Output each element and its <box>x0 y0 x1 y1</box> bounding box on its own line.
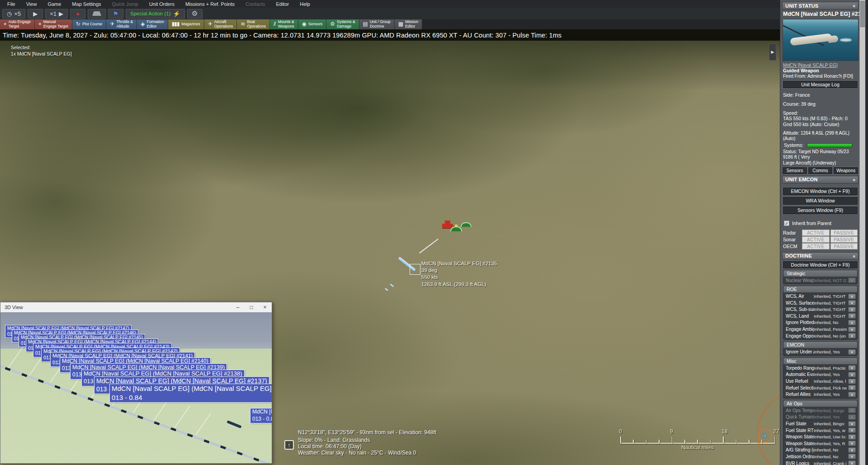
3d-unit-label[interactable]: MdCN [Naval SCALP EG] (MdCN [Naval SCALP… <box>250 408 272 423</box>
dropdown-chevron-icon[interactable]: ∨ <box>848 427 856 433</box>
ribbon-button-sensors[interactable]: ◉Sensors <box>298 19 327 29</box>
menu-item-game[interactable]: Game <box>42 1 66 7</box>
doctrine-row-value: Inherited, TIGHT <box>814 294 848 299</box>
sonar-passive-button[interactable]: PASSIVE <box>830 236 858 243</box>
dropdown-chevron-icon[interactable]: ∨ <box>848 333 856 338</box>
doctrine-window-button[interactable]: Doctrine Window (Ctrl + F9) <box>783 261 858 268</box>
sensors-radar-icon: ◉ <box>302 21 306 28</box>
dropdown-chevron-icon[interactable]: ∨ <box>848 385 856 390</box>
screenshot-button[interactable] <box>88 9 106 19</box>
special-action-button[interactable]: Special Action (1) ⚡ <box>126 9 185 19</box>
settings-button[interactable]: ⚙ <box>187 9 203 19</box>
sensors-window-f9-button[interactable]: Sensors Window (F9) <box>783 207 858 214</box>
menu-item-quick-jump[interactable]: Quick Jump <box>107 1 144 7</box>
ribbon-button-aircraft-operations[interactable]: ✈AircraftOperations <box>204 19 237 29</box>
unit-emcon-header[interactable]: UNIT EMCON « <box>782 176 859 183</box>
sonar-active-button[interactable]: ACTIVE <box>802 236 830 243</box>
ribbon-button-boat-operations[interactable]: ≋BoatOperations <box>237 19 270 29</box>
maximize-button[interactable]: □ <box>245 302 258 312</box>
dropdown-chevron-icon[interactable]: ∨ <box>848 392 856 397</box>
dropdown-chevron-icon[interactable]: ∨ <box>848 372 856 377</box>
dropdown-chevron-icon[interactable]: ∨ <box>848 441 856 446</box>
ribbon-button-throttle-altitude[interactable]: ✈Throttle &Altitude <box>106 19 137 29</box>
doctrine-row-refuel-allies: Refuel AlliesInherited, Yes∨ <box>783 391 857 398</box>
doctrine-header[interactable]: DOCTRINE « <box>782 252 859 260</box>
menu-item-editor[interactable]: Editor <box>270 1 294 7</box>
friendly-facility-dome-icon[interactable] <box>450 226 462 231</box>
scale-caption: Nautical miles <box>620 445 775 450</box>
sidebar-scrollbar[interactable] <box>859 0 865 465</box>
tab-weapons[interactable]: Weapons <box>834 167 858 174</box>
3d-unit-label[interactable]: MdCN [Naval SCALP EG] (MdCN [Naval SCALP… <box>109 384 272 403</box>
ribbon-button-manual-engage-target[interactable]: ⌖ManualEngage Target <box>35 19 72 29</box>
wra-window-button[interactable]: WRA Window <box>783 197 858 205</box>
unit-selection-box[interactable] <box>410 264 420 275</box>
inherit-from-parent-checkbox[interactable]: ✓ <box>784 221 789 226</box>
dropdown-chevron-icon[interactable]: ∨ <box>848 365 856 371</box>
dropdown-chevron-icon[interactable]: ∨ <box>848 300 856 305</box>
dropdown-chevron-icon[interactable]: ∨ <box>848 349 856 355</box>
ribbon-button-plot-course[interactable]: ↻Plot Course <box>72 19 106 29</box>
dropdown-chevron-icon[interactable]: ∨ <box>848 454 856 459</box>
time-compression-button[interactable]: ◷ ×5 <box>2 9 25 19</box>
airbase-unit-icon[interactable]: ✈ <box>758 428 772 443</box>
ribbon-button-magazines[interactable]: ▮▮▮Magazines <box>168 19 204 29</box>
menu-item-map-settings[interactable]: Map Settings <box>66 1 106 7</box>
doctrine-row-nuclear-weapons: Nuclear WeaponsInherited, NOT G∨ <box>783 277 857 284</box>
bookmark-button[interactable]: ⚑ <box>108 9 123 19</box>
far-missile-icon <box>226 420 242 428</box>
doctrine-row-value: Inherited, No <box>814 454 848 459</box>
dropdown-chevron-icon[interactable]: ∨ <box>848 327 856 332</box>
doctrine-row-value: Inherited, Practic <box>814 366 848 371</box>
record-button[interactable]: ● <box>70 9 85 19</box>
emcon-row-oecm: OECMACTIVEPASSIVE <box>783 243 858 249</box>
dropdown-chevron-icon[interactable]: ∨ <box>848 320 856 325</box>
step-button[interactable]: ×1 ▶ <box>45 9 68 19</box>
scrollbar-thumb[interactable] <box>860 1 865 27</box>
menu-item-file[interactable]: File <box>2 1 21 7</box>
oecm-passive-button[interactable]: PASSIVE <box>830 243 858 249</box>
ribbon-button-auto-engage-target[interactable]: ⌖Auto EngageTarget <box>0 19 35 29</box>
minimize-button[interactable]: – <box>231 302 245 312</box>
menu-item-unit-orders[interactable]: Unit Orders <box>144 1 180 7</box>
tab-sensors[interactable]: Sensors <box>783 167 807 174</box>
dropdown-chevron-icon[interactable]: ∨ <box>848 294 856 299</box>
dropdown-chevron-icon[interactable]: ∨ <box>848 307 856 312</box>
menu-item-view[interactable]: View <box>21 1 42 7</box>
3d-view-canvas[interactable]: MdCN [Naval SCALP EG] (MdCN [Naval SCALP… <box>0 312 272 463</box>
map-scale-bar: Nautical miles 091827 <box>620 428 777 451</box>
ribbon-button-unit-group-doctrine[interactable]: ▤Unit / GroupDoctrine <box>359 19 395 29</box>
dropdown-chevron-icon[interactable]: ∨ <box>848 447 856 453</box>
friendly-facility-dome-icon[interactable] <box>461 222 472 227</box>
scale-tick <box>749 440 750 444</box>
close-button[interactable]: × <box>258 302 272 312</box>
tab-comms[interactable]: Comms <box>808 167 833 174</box>
ribbon-button-formation-editor[interactable]: ◈FormationEditor <box>137 19 168 29</box>
radar-passive-button[interactable]: PASSIVE <box>830 230 858 236</box>
doctrine-row-value: Inherited, Crank i <box>814 461 848 465</box>
dropdown-chevron-icon[interactable]: ∨ <box>848 313 856 319</box>
3d-view-titlebar[interactable]: 3D View – □ × <box>0 302 272 312</box>
doctrine-row-ignore-under-attack: Ignore Under AttackInherited, Yes∨ <box>783 348 857 355</box>
emcon-window-ctrl-f9-button[interactable]: EMCON Window (Ctrl + F9) <box>783 188 858 195</box>
oecm-active-button[interactable]: ACTIVE <box>802 243 830 249</box>
play-button[interactable]: ▶ <box>28 9 43 19</box>
ribbon-button-mounts-weapons[interactable]: //Mounts &Weapons <box>270 19 298 29</box>
dropdown-chevron-icon[interactable]: ∨ <box>848 421 856 427</box>
scale-number: 18 <box>722 428 727 435</box>
north-up-icon[interactable]: ↑ <box>284 440 294 450</box>
doctrine-row-value: Inherited, TIGHT <box>814 301 848 305</box>
sidebar-expand-button[interactable]: ▶ <box>769 43 776 61</box>
radar-active-button[interactable]: ACTIVE <box>802 230 830 236</box>
dropdown-chevron-icon[interactable]: ∨ <box>848 434 856 440</box>
unit-message-log-button[interactable]: Unit Message Log <box>783 81 858 88</box>
ribbon-button-systems-damage[interactable]: ⚙Systems &Damage <box>326 19 359 29</box>
dropdown-chevron-icon[interactable]: ∨ <box>848 379 856 384</box>
ribbon-button-mission-editor[interactable]: ▦MissionEditor <box>395 19 422 29</box>
menu-item-contacts[interactable]: Contacts <box>240 1 270 7</box>
menu-item-missions-ref-points[interactable]: Missions + Ref. Points <box>180 1 240 7</box>
dropdown-chevron-icon[interactable]: ∨ <box>848 460 856 465</box>
unit-status-header[interactable]: UNIT STATUS « <box>782 2 859 9</box>
unit-database-link[interactable]: MdCN [Naval SCALP EG] <box>783 62 858 68</box>
menu-item-help[interactable]: Help <box>294 1 316 7</box>
